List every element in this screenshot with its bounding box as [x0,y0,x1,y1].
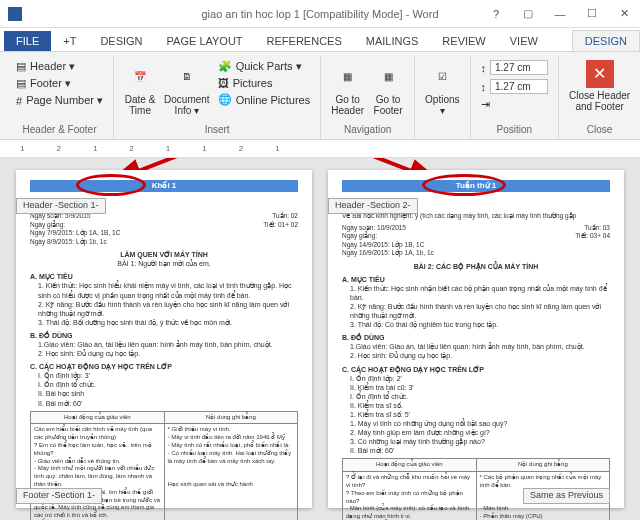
footer-from-bottom[interactable]: ↕1.27 cm [479,77,551,96]
picture-icon: 🖼 [218,77,229,89]
header-section-tag: Header -Section 1- [16,198,106,214]
pictures-button[interactable]: 🖼Pictures [216,75,313,91]
tab-view[interactable]: VIEW [498,31,550,51]
group-label: Header & Footer [14,124,105,137]
tab-header-footer-design[interactable]: DESIGN [572,30,640,51]
goto-footer-button[interactable]: ▦Go to Footer [370,58,406,118]
window-controls: ? ▢ ― ☐ ✕ [480,0,640,28]
footer-icon: ▤ [16,77,26,90]
calendar-icon: 📅 [124,60,156,92]
tab-mailings[interactable]: MAILINGS [354,31,431,51]
tab-qat[interactable]: +T [51,31,88,51]
quickparts-icon: 🧩 [218,60,232,73]
quick-parts-button[interactable]: 🧩Quick Parts ▾ [216,58,313,75]
footer-button[interactable]: ▤Footer ▾ [14,75,105,92]
date-time-button[interactable]: 📅Date & Time [122,58,158,118]
group-label: Close [567,124,632,137]
tab-file[interactable]: FILE [4,31,51,51]
ribbon-tabs: FILE +T DESIGN PAGE LAYOUT REFERENCES MA… [0,28,640,52]
ribbon-toggle-icon[interactable]: ▢ [512,0,544,28]
goto-header-icon: ▦ [332,60,364,92]
options-button[interactable]: ☑Options ▾ [423,58,461,118]
header-button[interactable]: ▤Header ▾ [14,58,105,75]
minimize-icon[interactable]: ― [544,0,576,28]
page-header[interactable]: Tuần thứ 1 [342,180,610,192]
same-as-previous-tag: Same as Previous [523,488,610,504]
header-section-tag: Header -Section 2- [328,198,418,214]
header-from-top[interactable]: ↕1.27 cm [479,58,551,77]
page-header[interactable]: Khối 1 [30,180,298,192]
help-icon[interactable]: ? [480,0,512,28]
ribbon: ▤Header ▾ ▤Footer ▾ #Page Number ▾ Heade… [0,52,640,140]
group-options: ☑Options ▾ [415,56,470,139]
close-header-footer-button[interactable]: ✕Close Header and Footer [567,58,632,114]
pos-top-icon: ↕ [481,62,487,74]
pos-bottom-icon: ↕ [481,81,487,93]
goto-footer-icon: ▦ [372,60,404,92]
group-header-footer: ▤Header ▾ ▤Footer ▾ #Page Number ▾ Heade… [6,56,114,139]
page-2[interactable]: Tuần thứ 1 Header -Section 2- Vẽ Bài học… [328,170,624,508]
tab-design[interactable]: DESIGN [88,31,154,51]
document-info-button[interactable]: 🗎Document Info ▾ [162,58,212,118]
window-title: giao an tin hoc lop 1 [Compatibility Mod… [201,8,438,20]
pagenum-icon: # [16,95,22,107]
word-icon [8,7,22,21]
group-navigation: ▦Go to Header ▦Go to Footer Navigation [321,56,415,139]
options-icon: ☑ [426,60,458,92]
close-hf-icon: ✕ [586,60,614,88]
header-icon: ▤ [16,60,26,73]
footer-section-tag: Footer -Section 1- [16,488,102,504]
group-label: Navigation [329,124,406,137]
close-icon[interactable]: ✕ [608,0,640,28]
page-number-button[interactable]: #Page Number ▾ [14,92,105,109]
maximize-icon[interactable]: ☐ [576,0,608,28]
group-label: Insert [122,124,312,137]
online-pictures-button[interactable]: 🌐Online Pictures [216,91,313,108]
tab-icon: ⇥ [481,98,490,111]
titlebar: giao an tin hoc lop 1 [Compatibility Mod… [0,0,640,28]
online-picture-icon: 🌐 [218,93,232,106]
group-close: ✕Close Header and Footer Close [559,56,640,139]
group-insert: 📅Date & Time 🗎Document Info ▾ 🧩Quick Par… [114,56,321,139]
document-workspace: Khối 1 Header -Section 1- Ngày soạn: 5/9… [0,158,640,520]
insert-align-tab[interactable]: ⇥ [479,96,551,113]
tab-review[interactable]: REVIEW [430,31,497,51]
group-label: Position [479,124,551,137]
horizontal-ruler[interactable]: 12121121 [0,140,640,158]
docinfo-icon: 🗎 [171,60,203,92]
tab-references[interactable]: REFERENCES [255,31,354,51]
group-position: ↕1.27 cm ↕1.27 cm ⇥ Position [471,56,560,139]
tab-page-layout[interactable]: PAGE LAYOUT [155,31,255,51]
goto-header-button[interactable]: ▦Go to Header [329,58,366,118]
page-1[interactable]: Khối 1 Header -Section 1- Ngày soạn: 5/9… [16,170,312,508]
